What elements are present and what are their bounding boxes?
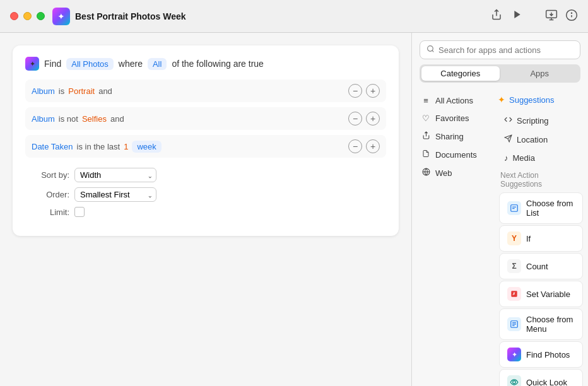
location-icon bbox=[504, 134, 512, 144]
filter2-and: and bbox=[110, 114, 124, 124]
scripting-item[interactable]: Scripting bbox=[494, 111, 588, 130]
limit-label: Limit: bbox=[38, 208, 69, 217]
tab-apps[interactable]: Apps bbox=[501, 66, 579, 81]
search-input[interactable] bbox=[438, 45, 573, 55]
filter1-and: and bbox=[98, 86, 112, 96]
filter2-value[interactable]: Selfies bbox=[82, 114, 107, 124]
filter3-op[interactable]: is in the last bbox=[77, 142, 121, 151]
share-icon[interactable] bbox=[491, 9, 502, 23]
search-icon bbox=[426, 45, 435, 55]
minimize-button[interactable] bbox=[23, 12, 32, 20]
if-label: If bbox=[526, 234, 531, 243]
tab-categories[interactable]: Categories bbox=[421, 66, 500, 81]
filter3-num[interactable]: 1 bbox=[124, 142, 128, 151]
quick-look-icon bbox=[507, 375, 521, 386]
action-if[interactable]: Y If bbox=[499, 225, 583, 252]
filter1-field[interactable]: Album bbox=[32, 86, 55, 96]
play-icon[interactable] bbox=[512, 9, 522, 23]
app-icon: ✦ bbox=[52, 8, 70, 25]
filter3-field[interactable]: Date Taken bbox=[32, 142, 73, 151]
filter2-remove[interactable]: − bbox=[348, 112, 362, 126]
order-label: Order: bbox=[38, 190, 69, 199]
import-icon[interactable] bbox=[545, 9, 558, 24]
svg-line-6 bbox=[432, 50, 433, 52]
titlebar-actions bbox=[491, 9, 578, 24]
suggestions-section-label: Next Action Suggestions bbox=[494, 167, 588, 191]
choose-from-menu-label: Choose from Menu bbox=[526, 315, 575, 334]
search-bar bbox=[420, 40, 580, 59]
maximize-button[interactable] bbox=[37, 12, 45, 20]
limit-checkbox[interactable] bbox=[74, 207, 85, 217]
action-choose-from-list[interactable]: Choose from List bbox=[499, 192, 583, 224]
traffic-lights bbox=[10, 12, 45, 20]
filter2-add[interactable]: + bbox=[366, 112, 380, 126]
sidebar-item-web-label: Web bbox=[435, 168, 452, 178]
info-icon[interactable] bbox=[565, 9, 578, 24]
order-select[interactable]: Smallest First Largest First bbox=[74, 187, 156, 202]
action-choose-from-menu[interactable]: Choose from Menu bbox=[499, 308, 583, 340]
set-variable-label: Set Variable bbox=[526, 290, 570, 299]
filter3-add[interactable]: + bbox=[366, 139, 380, 153]
all-actions-icon: ≡ bbox=[421, 96, 431, 105]
suggestions-button[interactable]: ✦ Suggestions bbox=[494, 91, 561, 111]
titlebar: ✦ Best Portrait Photos Week bbox=[0, 0, 588, 33]
categories-list: ≡ All Actions ♡ Favorites Sharing bbox=[412, 89, 494, 386]
svg-point-20 bbox=[513, 381, 516, 384]
sidebar-item-web[interactable]: Web bbox=[415, 164, 491, 182]
choose-from-list-icon bbox=[507, 201, 521, 215]
filter2-op[interactable]: is not bbox=[59, 114, 78, 124]
sidebar-item-all-actions-label: All Actions bbox=[435, 96, 473, 105]
favorites-icon: ♡ bbox=[421, 114, 431, 123]
documents-icon bbox=[421, 149, 431, 160]
filter1-value[interactable]: Portrait bbox=[68, 86, 95, 96]
left-panel: ✦ Find All Photos where All of the follo… bbox=[0, 33, 411, 386]
categories-layout: ≡ All Actions ♡ Favorites Sharing bbox=[412, 89, 588, 386]
where-text: where bbox=[119, 59, 143, 69]
sidebar-item-documents[interactable]: Documents bbox=[415, 146, 491, 163]
main-content: ✦ Find All Photos where All of the follo… bbox=[0, 33, 588, 386]
filter1-add[interactable]: + bbox=[366, 84, 380, 98]
suggestions-panel: ✦ Suggestions Scripting bbox=[494, 89, 588, 386]
order-row: Order: Smallest First Largest First bbox=[25, 187, 386, 202]
filter2-field[interactable]: Album bbox=[32, 114, 55, 124]
sort-select[interactable]: Width Height Date Taken bbox=[74, 168, 156, 182]
choose-from-menu-icon bbox=[507, 317, 521, 331]
if-icon: Y bbox=[507, 231, 521, 245]
sort-select-wrapper[interactable]: Width Height Date Taken bbox=[74, 168, 156, 182]
sidebar-item-documents-label: Documents bbox=[435, 150, 477, 160]
find-header: ✦ Find All Photos where All of the follo… bbox=[25, 57, 386, 71]
filter1-remove[interactable]: − bbox=[348, 84, 362, 98]
all-photos-pill[interactable]: All Photos bbox=[66, 58, 114, 70]
close-button[interactable] bbox=[10, 12, 18, 20]
filter3-unit[interactable]: week bbox=[132, 141, 161, 153]
order-select-wrapper[interactable]: Smallest First Largest First bbox=[74, 187, 156, 202]
count-label: Count bbox=[526, 262, 548, 271]
find-photos-label: Find Photos bbox=[526, 350, 570, 360]
svg-point-5 bbox=[428, 46, 433, 52]
sidebar-item-sharing[interactable]: Sharing bbox=[415, 127, 491, 145]
sidebar-item-sharing-label: Sharing bbox=[435, 132, 464, 141]
media-item[interactable]: ♪ Media bbox=[494, 149, 588, 167]
filter-settings: Sort by: Width Height Date Taken Order: … bbox=[25, 163, 386, 225]
location-item[interactable]: Location bbox=[494, 130, 588, 149]
scripting-icon bbox=[504, 115, 512, 126]
find-keyword: Find bbox=[44, 59, 61, 69]
action-set-variable[interactable]: ✗ Set Variable bbox=[499, 281, 583, 307]
scripting-label: Scripting bbox=[517, 116, 549, 126]
filter-row-2: Album is not Selfies and − + bbox=[25, 107, 386, 130]
action-find-photos[interactable]: ✦ Find Photos bbox=[499, 341, 583, 368]
sort-row: Sort by: Width Height Date Taken bbox=[25, 168, 386, 182]
suggestions-label: Suggestions bbox=[509, 95, 555, 105]
action-quick-look[interactable]: Quick Look bbox=[499, 369, 583, 386]
filter3-remove[interactable]: − bbox=[348, 139, 362, 153]
web-icon bbox=[421, 168, 431, 178]
sidebar-item-favorites[interactable]: ♡ Favorites bbox=[415, 110, 491, 127]
filter1-op[interactable]: is bbox=[59, 86, 64, 96]
suggestions-star-icon: ✦ bbox=[498, 95, 505, 105]
sidebar-item-all-actions[interactable]: ≡ All Actions bbox=[415, 92, 491, 109]
location-label: Location bbox=[517, 135, 548, 144]
sort-label: Sort by: bbox=[38, 170, 69, 180]
action-count[interactable]: Σ Count bbox=[499, 253, 583, 279]
all-pill[interactable]: All bbox=[148, 58, 167, 70]
right-icons bbox=[545, 9, 578, 24]
